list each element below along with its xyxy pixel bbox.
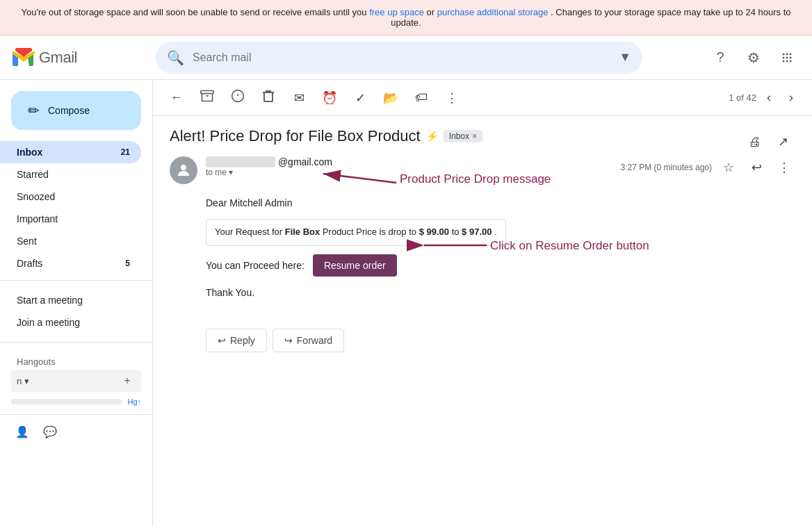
- avatar-icon: [175, 162, 192, 179]
- sidebar-item-join-meeting[interactable]: Join a meeting: [0, 311, 141, 334]
- email-meta: @gmail.com to me ▾: [206, 156, 621, 177]
- email-view-wrapper: ←: [153, 80, 812, 526]
- apps-grid-icon: [780, 51, 794, 65]
- svg-point-0: [783, 53, 785, 55]
- delete-icon: [262, 89, 275, 106]
- search-dropdown-icon[interactable]: ▼: [619, 50, 631, 65]
- sender-avatar: [170, 156, 197, 184]
- sidebar-item-sent[interactable]: Sent: [0, 230, 141, 252]
- sidebar-item-starred[interactable]: Starred: [0, 163, 141, 186]
- sidebar-item-drafts[interactable]: Drafts 5: [0, 252, 141, 274]
- sidebar-item-snoozed[interactable]: Snoozed: [0, 186, 141, 208]
- pagination: 1 of 42 ‹ ›: [729, 88, 801, 108]
- gmail-label: Gmail: [39, 49, 77, 67]
- more-button[interactable]: ⋮: [439, 85, 464, 110]
- account-icon-btn[interactable]: 👤: [11, 420, 33, 443]
- drafts-label: Drafts: [17, 258, 42, 269]
- back-icon: ←: [170, 90, 183, 105]
- drafts-badge: 5: [125, 258, 130, 268]
- header: Gmail 🔍 ▼ ? ⚙: [0, 35, 812, 80]
- sidebar-item-start-meeting[interactable]: Start a meeting: [0, 289, 141, 311]
- svg-rect-9: [201, 91, 213, 94]
- reply-arrow-icon: ↩: [218, 335, 226, 346]
- svg-rect-14: [264, 92, 273, 101]
- done-button[interactable]: ✓: [348, 85, 373, 110]
- done-icon: ✓: [355, 90, 366, 106]
- sender-email: @gmail.com: [278, 156, 332, 167]
- move-icon: 📂: [383, 90, 398, 106]
- spam-icon: [231, 89, 245, 106]
- price-drop-box: Your Request for File Box Product Price …: [206, 219, 506, 246]
- open-in-new-button[interactable]: ↗: [770, 129, 795, 154]
- print-button[interactable]: 🖨: [742, 129, 768, 154]
- apps-button[interactable]: [773, 44, 801, 72]
- sidebar-item-inbox[interactable]: Inbox 21: [0, 141, 141, 163]
- email-top-actions: 🖨 ↗: [742, 129, 795, 154]
- archive-button[interactable]: [195, 85, 220, 110]
- star-icon: ☆: [723, 160, 734, 175]
- mark-icon: ✉: [294, 90, 304, 106]
- reply-quick-button[interactable]: ↩: [745, 156, 768, 179]
- settings-button[interactable]: ⚙: [740, 44, 768, 72]
- subject-tag-close[interactable]: ×: [472, 131, 477, 141]
- help-icon: ?: [716, 49, 724, 65]
- purchase-storage-link[interactable]: purchase additional storage: [437, 7, 549, 17]
- price-drop-before: Your Request for: [215, 227, 285, 237]
- email-reply-area: ↩ Reply ↪ Forward: [170, 318, 795, 352]
- more-email-button[interactable]: ⋮: [773, 156, 795, 179]
- svg-point-2: [790, 53, 792, 55]
- reply-button[interactable]: ↩ Reply: [206, 329, 267, 352]
- hangouts-add-button[interactable]: +: [119, 372, 136, 389]
- price-drop-middle: Product Price is drop to: [323, 227, 419, 237]
- start-meeting-label: Start a meeting: [17, 295, 83, 306]
- svg-point-15: [181, 165, 186, 170]
- next-email-button[interactable]: ›: [781, 88, 801, 108]
- svg-point-4: [786, 56, 788, 58]
- prev-email-button[interactable]: ‹: [759, 88, 779, 108]
- hangouts-link[interactable]: Hg↑: [127, 397, 141, 406]
- mark-button[interactable]: ✉: [286, 85, 311, 110]
- reply-label: Reply: [230, 335, 255, 346]
- svg-point-1: [786, 53, 788, 55]
- settings-icon: ⚙: [747, 49, 760, 66]
- snoozed-label: Snoozed: [17, 191, 55, 202]
- chat-icon: 💬: [43, 425, 57, 438]
- price-drop-product: File Box: [285, 227, 320, 237]
- compose-button[interactable]: ✏ Compose: [11, 91, 141, 130]
- storage-banner: You're out of storage space and will soo…: [0, 0, 812, 35]
- price-drop-to: to: [452, 227, 462, 237]
- header-right: ? ⚙: [706, 44, 801, 72]
- price-drop-price1: $ 99.00: [419, 227, 449, 237]
- hangouts-chat-item: n ▾ +: [0, 367, 152, 395]
- label-button[interactable]: 🏷: [409, 85, 434, 110]
- to-me[interactable]: to me ▾: [206, 167, 621, 177]
- more-icon: ⋮: [446, 90, 458, 106]
- thank-you: Thank You.: [206, 285, 795, 300]
- logo-area: Gmail: [11, 45, 150, 70]
- sender-name: @gmail.com: [206, 156, 621, 167]
- forward-arrow-icon: ↪: [284, 335, 293, 346]
- email-view: ←: [153, 80, 812, 363]
- free-up-space-link[interactable]: free up space: [369, 7, 424, 17]
- star-button[interactable]: ☆: [717, 156, 740, 179]
- important-label: Important: [17, 213, 58, 224]
- forward-button[interactable]: ↪ Forward: [273, 329, 344, 352]
- snooze-button[interactable]: ⏰: [317, 85, 342, 110]
- email-body: Dear Mitchell Admin Your Request for Fil…: [170, 195, 795, 301]
- back-button[interactable]: ←: [164, 85, 189, 110]
- spam-button[interactable]: [225, 85, 250, 110]
- delete-button[interactable]: [256, 85, 281, 110]
- help-button[interactable]: ?: [706, 44, 734, 72]
- email-actions: 3:27 PM (0 minutes ago) ☆ ↩ ⋮: [621, 156, 795, 179]
- resume-order-button[interactable]: Resume order: [313, 254, 397, 277]
- sidebar-item-important[interactable]: Important: [0, 208, 141, 230]
- move-button[interactable]: 📂: [378, 85, 403, 110]
- person-icon: 👤: [15, 425, 29, 438]
- compose-icon: ✏: [28, 102, 40, 119]
- svg-point-5: [790, 56, 792, 58]
- chat-icon-btn[interactable]: 💬: [39, 420, 61, 443]
- meet-section: Start a meeting Join a meeting: [0, 286, 152, 336]
- search-input[interactable]: [193, 51, 610, 64]
- email-content: Alert! Price Drop for File Box Product ⚡…: [153, 116, 812, 363]
- gmail-container: Gmail 🔍 ▼ ? ⚙: [0, 35, 812, 526]
